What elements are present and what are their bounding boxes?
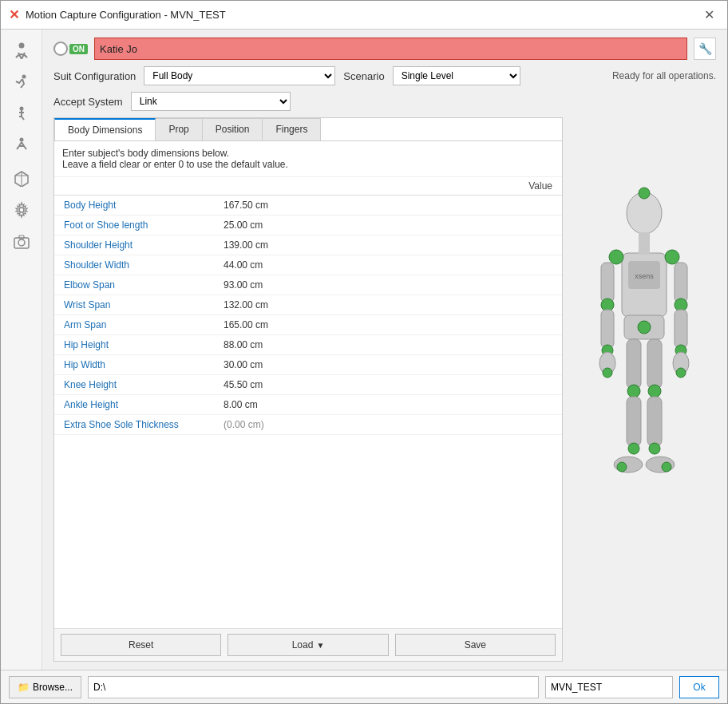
field-value-cell: 93.00 cm [214, 275, 562, 295]
dimensions-table: Value Body Height167.50 cmFoot or Shoe l… [54, 177, 562, 435]
svg-point-9 [19, 208, 24, 212]
title-bar: ✕ Motion Capture Configuration - MVN_TES… [1, 1, 727, 30]
table-row: Hip Height88.00 cm [54, 335, 562, 355]
load-button[interactable]: Load ▼ [228, 634, 388, 656]
field-name-cell: Hip Width [54, 355, 214, 375]
svg-point-17 [639, 188, 650, 199]
table-row: Wrist Span132.00 cm [54, 295, 562, 315]
svg-rect-27 [675, 263, 687, 303]
left-panel: Body Dimensions Prop Position Fingers [53, 117, 563, 662]
field-value-cell: 88.00 cm [214, 335, 562, 355]
svg-point-40 [617, 462, 627, 472]
edit-icon-button[interactable]: 🔧 [694, 38, 716, 60]
ok-button[interactable]: Ok [679, 676, 719, 698]
suit-config-select[interactable]: Full Body [144, 66, 335, 85]
scenario-select[interactable]: Single Level [393, 66, 520, 85]
accept-system-select[interactable]: Link [131, 92, 291, 111]
sidebar-icon-run[interactable] [7, 68, 36, 97]
title-bar-left: ✕ Motion Capture Configuration - MVN_TES… [9, 7, 226, 22]
field-name-cell: Extra Shoe Sole Thickness [54, 415, 214, 435]
svg-point-5 [19, 138, 23, 142]
field-value-cell: 132.00 cm [214, 295, 562, 315]
scenario-label: Scenario [343, 70, 384, 82]
sidebar-icon-settings[interactable] [7, 196, 36, 224]
accept-system-label: Accept System [53, 96, 123, 108]
tab-body-dimensions[interactable]: Body Dimensions [54, 118, 156, 140]
dimensions-table-wrapper: Value Body Height167.50 cmFoot or Shoe l… [54, 177, 562, 628]
window-title: Motion Capture Configuration - MVN_TEST [26, 9, 226, 21]
field-value-cell: 8.00 cm [214, 395, 562, 415]
svg-point-0 [18, 43, 24, 49]
svg-rect-18 [639, 232, 650, 255]
field-value-cell: 165.00 cm [214, 315, 562, 335]
svg-point-26 [603, 368, 612, 378]
table-row: Knee Height45.50 cm [54, 375, 562, 395]
subject-row: ON 🔧 [53, 38, 716, 60]
bottom-bar: 📁 Browse... Ok [1, 670, 727, 703]
close-button[interactable]: ✕ [699, 6, 719, 24]
tab-prop[interactable]: Prop [155, 118, 202, 140]
svg-point-4 [19, 107, 23, 111]
field-value-cell: (0.00 cm) [214, 415, 562, 435]
table-row: Shoulder Width44.00 cm [54, 255, 562, 275]
path-input[interactable] [88, 676, 539, 698]
field-name-cell: Knee Height [54, 375, 214, 395]
table-row: Foot or Shoe length25.00 cm [54, 216, 562, 235]
browse-button[interactable]: 📁 Browse... [9, 676, 81, 698]
app-icon: ✕ [9, 7, 19, 22]
field-value-cell: 44.00 cm [214, 255, 562, 275]
content-area: Body Dimensions Prop Position Fingers [53, 117, 716, 662]
tab-content: Enter subject's body dimensions below. L… [54, 141, 562, 628]
sidebar-icon-walk[interactable] [7, 100, 36, 129]
svg-point-34 [638, 321, 651, 334]
sidebar-icon-person[interactable] [7, 36, 36, 65]
svg-rect-43 [647, 397, 662, 446]
radio-circle[interactable] [53, 42, 68, 56]
field-name-cell: Elbow Span [54, 275, 214, 295]
tab-position[interactable]: Position [202, 118, 263, 140]
sidebar [1, 30, 42, 670]
wrench-icon: 🔧 [698, 42, 712, 55]
action-buttons: Reset Load ▼ Save [54, 628, 562, 661]
reset-button[interactable]: Reset [61, 634, 221, 656]
svg-text:xsens: xsens [635, 272, 654, 280]
suit-config-label: Suit Configuration [53, 70, 136, 82]
field-value-cell: 139.00 cm [214, 235, 562, 255]
field-name-cell: Body Height [54, 196, 214, 216]
svg-point-11 [18, 239, 25, 246]
instructions-line2: Leave a field clear or enter 0 to use th… [62, 159, 554, 170]
svg-point-44 [649, 443, 660, 454]
svg-point-42 [648, 385, 661, 397]
main-window: ✕ Motion Capture Configuration - MVN_TES… [0, 0, 728, 704]
robot-figure: xsens [580, 133, 708, 516]
field-name-cell: Arm Span [54, 315, 214, 335]
svg-rect-21 [601, 263, 614, 303]
svg-point-19 [609, 250, 623, 264]
field-name-cell: Foot or Shoe length [54, 216, 214, 235]
sidebar-icon-box[interactable] [7, 164, 36, 192]
subject-name-input[interactable] [94, 38, 687, 60]
suit-config-row: Suit Configuration Full Body Scenario Si… [53, 66, 716, 85]
field-value-cell: 25.00 cm [214, 216, 562, 235]
svg-point-32 [676, 368, 686, 378]
svg-point-3 [22, 75, 26, 79]
svg-rect-37 [627, 397, 641, 446]
on-badge: ON [69, 44, 88, 54]
main-content: ON 🔧 Suit Configuration Full Body Scenar… [1, 30, 727, 670]
status-text: Ready for all operations. [612, 70, 716, 81]
save-button[interactable]: Save [395, 634, 556, 656]
table-row: Hip Width30.00 cm [54, 355, 562, 375]
field-value-cell: 167.50 cm [214, 196, 562, 216]
instructions-line1: Enter subject's body dimensions below. [62, 148, 554, 159]
field-name-cell: Shoulder Width [54, 255, 214, 275]
sidebar-icon-jump[interactable] [7, 132, 36, 160]
instructions: Enter subject's body dimensions below. L… [54, 141, 562, 177]
robot-panel: xsens [572, 117, 716, 662]
field-name-cell: Shoulder Height [54, 235, 214, 255]
table-row: Elbow Span93.00 cm [54, 275, 562, 295]
project-name-input[interactable] [545, 676, 673, 698]
table-row: Body Height167.50 cm [54, 196, 562, 216]
svg-rect-29 [675, 310, 687, 348]
tab-fingers[interactable]: Fingers [262, 118, 321, 140]
sidebar-icon-camera[interactable] [7, 227, 36, 256]
